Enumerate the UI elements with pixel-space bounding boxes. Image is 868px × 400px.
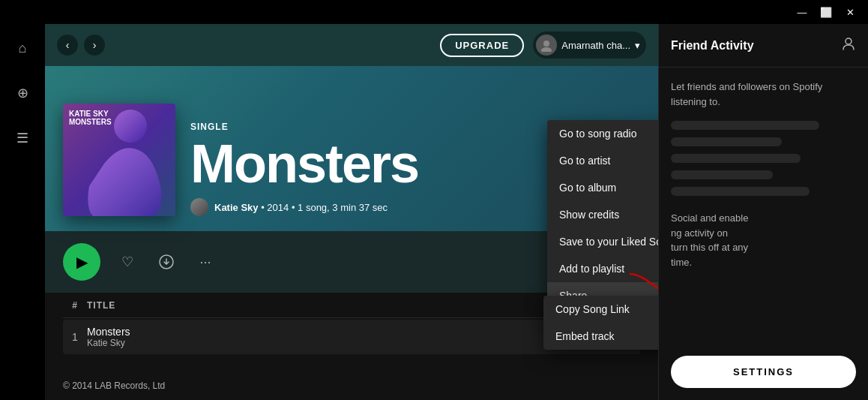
share-submenu: Copy Song Link Embed track — [543, 296, 658, 350]
friend-activity-desc3: Social and enable — [671, 211, 856, 226]
friend-line-5 — [671, 187, 810, 196]
context-menu-item-add-playlist[interactable]: Add to playlist › — [547, 255, 658, 282]
context-menu-item-album[interactable]: Go to album — [547, 174, 658, 201]
top-bar: ‹ › UPGRADE Amarnath cha... ▾ — [45, 24, 658, 66]
minimize-button[interactable]: — — [790, 0, 814, 24]
person-icon[interactable] — [841, 36, 856, 55]
friend-activity-desc1: Let friends and followers on Spotify — [671, 80, 856, 95]
track-artist: Katie Sky — [87, 338, 520, 348]
nav-buttons: ‹ › — [57, 35, 105, 56]
title-bar: — ⬜ ✕ — [0, 0, 868, 24]
content-area: ‹ › UPGRADE Amarnath cha... ▾ — [45, 24, 658, 400]
sidebar-icon-search[interactable]: ⊕ — [7, 78, 37, 108]
footer: © 2014 LAB Records, Ltd — [45, 371, 658, 400]
user-name: Amarnath cha... — [561, 40, 630, 51]
sidebar-icon-home[interactable]: ⌂ — [7, 33, 37, 63]
svg-point-0 — [543, 41, 549, 47]
submenu-item-embed[interactable]: Embed track — [543, 323, 658, 350]
artist-avatar — [190, 198, 208, 216]
friend-activity-desc5: turn this off at any — [671, 240, 856, 255]
song-count-sep: • — [292, 202, 298, 213]
friend-activity-desc-block2: Social and enable ng activity on turn th… — [671, 211, 856, 269]
friend-line-4 — [671, 170, 773, 179]
right-panel-header: Friend Activity — [659, 24, 868, 68]
col-title-header: TITLE — [87, 300, 520, 311]
friend-activity-desc6: time. — [671, 255, 856, 270]
track-name: Monsters — [87, 326, 520, 338]
col-num-header: # — [63, 300, 87, 311]
context-menu-item-liked-songs[interactable]: Save to your Liked Songs — [547, 228, 658, 255]
track-number: 1 — [63, 331, 87, 343]
sidebar-icon-library[interactable]: ☰ — [7, 123, 37, 153]
context-menu-item-credits[interactable]: Show credits — [547, 201, 658, 228]
svg-point-8 — [846, 38, 852, 44]
album-art: KATIE SKYMONSTERS — [63, 104, 175, 216]
year: 2014 — [267, 202, 289, 213]
like-button[interactable]: ♡ — [115, 250, 139, 274]
submenu-item-copy-link[interactable]: Copy Song Link — [543, 296, 658, 323]
more-options-button[interactable]: ··· — [193, 250, 217, 274]
back-button[interactable]: ‹ — [57, 35, 78, 56]
context-menu-item-artist[interactable]: Go to artist — [547, 147, 658, 174]
close-button[interactable]: ✕ — [838, 0, 862, 24]
dropdown-arrow: ▾ — [635, 40, 640, 51]
forward-button[interactable]: › — [84, 35, 105, 56]
friend-activity-desc2: listening to. — [671, 95, 856, 110]
left-sidebar: ⌂ ⊕ ☰ — [0, 24, 45, 400]
play-button[interactable]: ▶ — [63, 243, 100, 281]
artist-meta: Katie Sky • 2014 • 1 song, 3 min 37 sec — [214, 202, 388, 213]
main-layout: ⌂ ⊕ ☰ ‹ › UPGRADE Amarnath cha — [0, 24, 868, 400]
song-count: 1 song, — [298, 202, 330, 213]
user-menu-button[interactable]: Amarnath cha... ▾ — [533, 32, 646, 59]
friend-activity-desc4: ng activity on — [671, 226, 856, 241]
friend-activity-title: Friend Activity — [671, 39, 754, 53]
context-menu: Go to song radio Go to artist Go to albu… — [547, 120, 658, 309]
download-button[interactable] — [154, 250, 178, 274]
friend-line-1 — [671, 121, 819, 130]
context-menu-item-song-radio[interactable]: Go to song radio — [547, 120, 658, 147]
duration-value: 3 min 37 sec — [332, 202, 388, 213]
friend-line-3 — [671, 154, 801, 163]
upgrade-button[interactable]: UPGRADE — [440, 34, 524, 57]
friend-line-2 — [671, 137, 782, 146]
track-info: Monsters Katie Sky — [87, 326, 520, 348]
artist-name: Katie Sky — [214, 202, 259, 213]
album-art-text: KATIE SKYMONSTERS — [69, 110, 112, 126]
svg-point-2 — [114, 110, 147, 143]
friend-activity-lines — [671, 121, 856, 196]
svg-point-1 — [541, 47, 552, 52]
maximize-button[interactable]: ⬜ — [814, 0, 838, 24]
right-panel: Friend Activity Let friends and follower… — [658, 24, 868, 400]
right-panel-content: Let friends and followers on Spotify lis… — [659, 68, 868, 344]
avatar — [536, 35, 557, 56]
settings-button[interactable]: SETTINGS — [671, 356, 856, 388]
